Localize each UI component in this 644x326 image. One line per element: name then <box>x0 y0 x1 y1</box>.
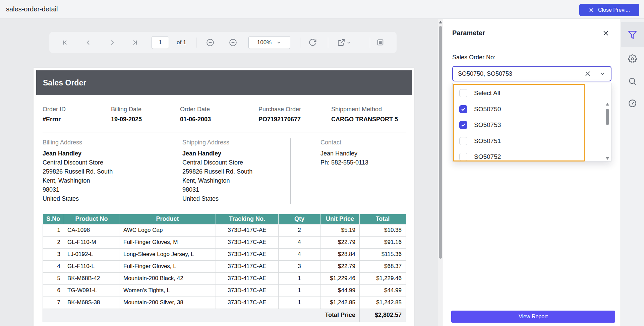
scrollbar-thumb[interactable] <box>439 26 442 259</box>
dropdown-item-so50750[interactable]: SO50750 <box>453 101 611 117</box>
scrollbar-up-arrow-icon[interactable] <box>439 21 442 23</box>
search-tab[interactable] <box>621 77 644 86</box>
report-title: Sales Order <box>36 78 86 87</box>
close-preview-button[interactable]: Close Previ... <box>579 4 639 16</box>
print-icon[interactable] <box>376 38 385 47</box>
search-icon <box>628 77 637 86</box>
column-header: Tracking No. <box>216 214 279 224</box>
table-cell: 7 <box>43 297 64 309</box>
table-row: 6 TG-W091-L Women's Tights, L 373D-417C-… <box>43 284 406 297</box>
table-cell: $1,229.46 <box>320 272 360 284</box>
dropdown-scrollbar-thumb[interactable] <box>606 109 609 125</box>
table-cell: $44.99 <box>320 284 360 297</box>
zoom-level-select[interactable]: 100% <box>248 36 290 49</box>
report-scrollbar[interactable] <box>438 19 443 326</box>
zoom-in-icon[interactable] <box>229 38 237 47</box>
option-checkbox[interactable] <box>459 121 467 129</box>
toolbar-divider <box>370 38 370 48</box>
previous-page-icon[interactable] <box>84 38 93 47</box>
parameter-close-icon[interactable] <box>602 29 610 37</box>
export-icon[interactable] <box>337 38 346 47</box>
parameters-filter-tab[interactable] <box>621 22 644 47</box>
meta-order-id: Order ID #Error <box>43 106 111 123</box>
table-cell: $44.99 <box>360 284 406 297</box>
top-bar: sales-order-detail Close Previ... <box>0 0 644 19</box>
option-checkbox[interactable] <box>459 105 467 113</box>
refresh-icon[interactable] <box>308 38 317 47</box>
meta-value: #Error <box>43 116 111 123</box>
sales-order-no-label: Sales Order No: <box>452 54 495 61</box>
table-cell: $1,242.85 <box>320 297 360 309</box>
sales-order-no-input[interactable]: SO50750, SO50753 <box>452 66 611 81</box>
table-cell: 1 <box>43 224 64 236</box>
table-cell: 373D-417C-AE <box>216 272 279 284</box>
parameter-panel: Parameter Sales Order No: SO50750, SO507… <box>443 19 621 326</box>
meta-label: Purchase Order <box>258 106 331 113</box>
table-cell: 373D-417C-AE <box>216 284 279 297</box>
performance-tab[interactable] <box>621 99 644 108</box>
address-line: Central Discount Store <box>182 158 290 167</box>
billing-address-heading: Billing Address <box>43 139 149 146</box>
next-page-icon[interactable] <box>108 38 116 47</box>
page-number-input[interactable] <box>152 36 169 49</box>
toolbar-divider <box>300 38 300 48</box>
option-checkbox[interactable] <box>459 153 467 161</box>
table-row: 5 BK-M68B-42 Mountain-200 Black, 42 373D… <box>43 272 406 284</box>
close-preview-label: Close Previ... <box>598 7 630 13</box>
settings-tab[interactable] <box>621 54 644 63</box>
table-cell: TG-W091-L <box>64 284 119 297</box>
dropdown-item-so50753[interactable]: SO50753 <box>453 117 611 133</box>
select-all-checkbox[interactable] <box>459 89 467 97</box>
export-caret-icon[interactable] <box>346 38 352 47</box>
table-cell: 4 <box>43 260 64 272</box>
meta-billing-date: Billing Date 19-09-2025 <box>111 106 180 123</box>
table-cell: $1,229.46 <box>360 272 406 284</box>
zoom-out-icon[interactable] <box>206 38 215 47</box>
dropdown-item-so50751[interactable]: SO50751 <box>453 133 611 149</box>
option-checkbox[interactable] <box>459 137 467 145</box>
clear-selection-icon[interactable] <box>583 69 592 78</box>
total-price-value: $2,802.57 <box>360 309 406 322</box>
dropdown-item-so50752[interactable]: SO50752 <box>453 149 611 161</box>
zoom-level-value: 100% <box>257 39 272 46</box>
meta-label: Order ID <box>43 106 111 113</box>
dropdown-caret-icon[interactable] <box>598 69 607 78</box>
address-line: Kent, Washington <box>43 176 149 185</box>
dropdown-list: Select All SO50750 SO50753 <box>453 83 611 161</box>
table-cell: 3 <box>43 248 64 260</box>
first-page-icon[interactable] <box>61 38 69 47</box>
table-cell: Mountain-200 Black, 42 <box>119 272 216 284</box>
dropdown-scrollbar[interactable] <box>605 101 610 160</box>
table-cell: 373D-417C-AE <box>216 260 279 272</box>
gauge-icon <box>628 99 637 108</box>
meta-label: Order Date <box>180 106 258 113</box>
contact-line: Ph: 582-555-0113 <box>320 158 406 167</box>
table-cell: $1,242.85 <box>360 297 406 309</box>
last-page-icon[interactable] <box>130 38 139 47</box>
table-cell: 6 <box>43 284 64 297</box>
table-cell: Long-Sleeve Logo Jersey, L <box>119 248 216 260</box>
table-cell: Mountain-200 Silver, 38 <box>119 297 216 309</box>
table-cell: BK-M68B-42 <box>64 272 119 284</box>
meta-value: 01-06-2003 <box>180 116 258 123</box>
view-report-button[interactable]: View Report <box>451 311 615 323</box>
address-line: 98031 <box>182 185 290 194</box>
dropdown-scroll-down-icon[interactable] <box>606 157 609 160</box>
table-cell: 373D-417C-AE <box>216 236 279 248</box>
sales-order-no-value: SO50750, SO50753 <box>458 70 583 77</box>
dropdown-scroll-up-icon[interactable] <box>606 103 609 106</box>
table-cell: $28.84 <box>320 248 360 260</box>
column-header: S.No <box>43 214 64 224</box>
report-toolbar: of 1 100% <box>49 32 397 53</box>
address-line: 98031 <box>43 185 149 194</box>
column-header: Product <box>119 214 216 224</box>
order-meta-row: Order ID #Error Billing Date 19-09-2025 … <box>34 106 414 123</box>
panel-divider <box>443 45 621 45</box>
table-cell: 1 <box>279 284 320 297</box>
table-cell: LJ-0192-L <box>64 248 119 260</box>
products-table: S.No Product No Product Tracking No. Qty… <box>43 214 406 322</box>
dropdown-item-select-all[interactable]: Select All <box>453 85 611 101</box>
address-line: Kent, Washington <box>182 176 290 185</box>
right-sidebar <box>621 19 644 326</box>
column-header: Unit Price <box>320 214 360 224</box>
